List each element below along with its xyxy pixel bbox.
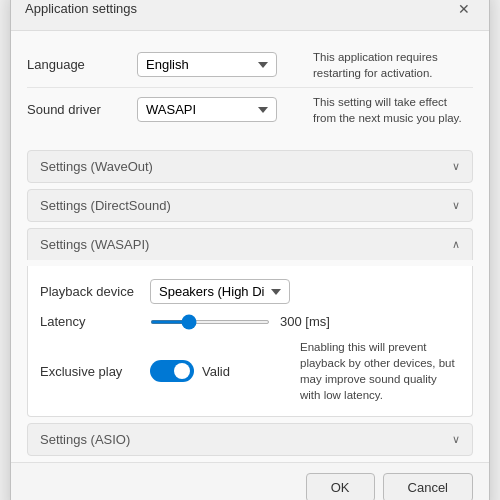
exclusive-play-row: Exclusive play Valid Enabling this will …	[40, 334, 460, 408]
section-directsound-chevron: ∨	[452, 199, 460, 212]
section-wasapi-content: Playback device Speakers (High Di… Laten…	[27, 266, 473, 417]
section-wasapi-chevron: ∧	[452, 238, 460, 251]
sound-driver-row: Sound driver WASAPI This setting will ta…	[27, 88, 473, 132]
section-asio-header[interactable]: Settings (ASIO) ∨	[27, 423, 473, 456]
application-settings-dialog: Application settings ✕ Language English …	[10, 0, 490, 500]
sound-driver-note: This setting will take effect from the n…	[303, 94, 473, 126]
section-waveout-header[interactable]: Settings (WaveOut) ∨	[27, 150, 473, 183]
title-bar: Application settings ✕	[11, 0, 489, 31]
playback-device-label: Playback device	[40, 284, 150, 299]
playback-device-row: Playback device Speakers (High Di…	[40, 274, 460, 309]
latency-slider[interactable]	[150, 320, 270, 324]
language-select[interactable]: English	[137, 52, 277, 77]
language-control: English	[137, 52, 303, 77]
language-row: Language English This application requir…	[27, 43, 473, 88]
language-note: This application requires restarting for…	[303, 49, 473, 81]
section-directsound-label: Settings (DirectSound)	[40, 198, 171, 213]
exclusive-play-label: Exclusive play	[40, 364, 150, 379]
section-asio-label: Settings (ASIO)	[40, 432, 130, 447]
sound-driver-control: WASAPI	[137, 97, 303, 122]
section-waveout-chevron: ∨	[452, 160, 460, 173]
cancel-button[interactable]: Cancel	[383, 473, 473, 500]
exclusive-play-note: Enabling this will prevent playback by o…	[290, 339, 460, 403]
latency-control: 300 [ms]	[150, 314, 460, 329]
exclusive-play-toggle-wrapper: Valid	[150, 360, 290, 382]
close-button[interactable]: ✕	[453, 0, 475, 20]
exclusive-play-status: Valid	[202, 364, 230, 379]
playback-device-select[interactable]: Speakers (High Di…	[150, 279, 290, 304]
sound-driver-select[interactable]: WASAPI	[137, 97, 277, 122]
section-asio-chevron: ∨	[452, 433, 460, 446]
sound-driver-label: Sound driver	[27, 102, 137, 117]
latency-label: Latency	[40, 314, 150, 329]
top-settings: Language English This application requir…	[11, 31, 489, 144]
footer: OK Cancel	[11, 462, 489, 500]
latency-row: Latency 300 [ms]	[40, 309, 460, 334]
exclusive-play-toggle[interactable]	[150, 360, 194, 382]
ok-button[interactable]: OK	[306, 473, 375, 500]
section-directsound-header[interactable]: Settings (DirectSound) ∨	[27, 189, 473, 222]
dialog-title: Application settings	[25, 1, 137, 16]
section-wasapi-header[interactable]: Settings (WASAPI) ∧	[27, 228, 473, 260]
section-waveout-label: Settings (WaveOut)	[40, 159, 153, 174]
section-wasapi-label: Settings (WASAPI)	[40, 237, 149, 252]
latency-value: 300 [ms]	[280, 314, 330, 329]
language-label: Language	[27, 57, 137, 72]
sections-area: Settings (WaveOut) ∨ Settings (DirectSou…	[11, 150, 489, 456]
playback-device-control: Speakers (High Di…	[150, 279, 460, 304]
exclusive-play-control: Valid	[150, 360, 290, 382]
